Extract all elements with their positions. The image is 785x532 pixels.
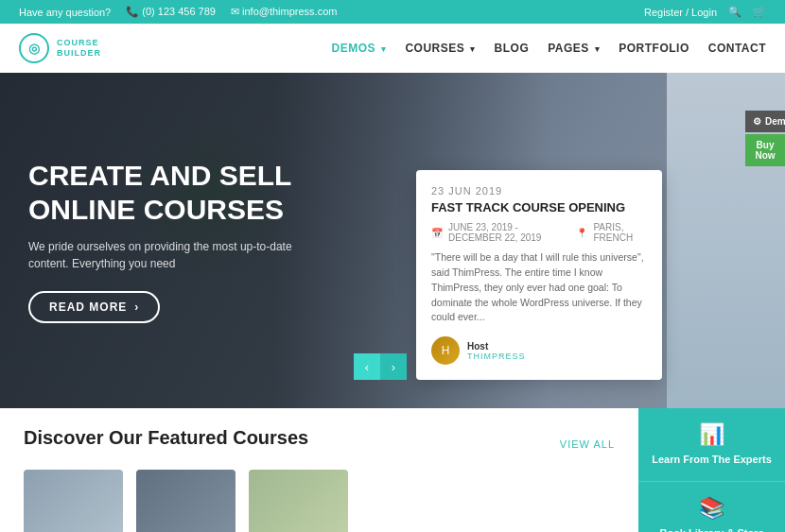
logo-title: COURSE: [57, 38, 101, 48]
hero-title-line2: ONLINE COURSES: [28, 194, 284, 225]
nav-courses-arrow: ▾: [470, 44, 476, 54]
event-title: FAST TRACK COURSE OPENING: [431, 200, 647, 215]
event-meta-location: PARIS, FRENCH: [593, 222, 647, 243]
nav-courses-label: COURSES: [405, 42, 464, 55]
course-card-3[interactable]: [249, 470, 348, 532]
location-icon: 📍: [576, 228, 587, 238]
float-buttons: ⚙ Demos Buy Now: [745, 111, 785, 166]
event-meta: 📅 JUNE 23, 2019 - DECEMBER 22, 2019 📍 PA…: [431, 222, 647, 243]
hero-title: CREATE AND SELL ONLINE COURSES: [28, 159, 293, 227]
event-nav: ‹ ›: [354, 353, 407, 380]
hero-content: CREATE AND SELL ONLINE COURSES We pride …: [0, 159, 322, 323]
featured-courses-title: Discover Our Featured Courses: [24, 427, 308, 449]
event-prev-button[interactable]: ‹: [354, 353, 380, 380]
header: ◎ COURSE BUILDER DEMOS ▾ COURSES ▾ BLOG …: [0, 24, 785, 73]
book-icon: 📚: [699, 496, 724, 521]
gear-icon: ⚙: [753, 116, 761, 127]
logo-icon: ◎: [19, 33, 49, 63]
register-login-link[interactable]: Register / Login: [644, 7, 717, 18]
logo-subtitle: BUILDER: [57, 48, 101, 59]
hero-subtitle: We pride ourselves on providing the most…: [28, 238, 293, 272]
read-more-arrow: ›: [134, 300, 139, 314]
nav-demos-arrow: ▾: [381, 44, 387, 54]
email-address: info@thimpress.com: [242, 6, 337, 17]
bottom-section: Discover Our Featured Courses VIEW ALL 📊…: [0, 408, 785, 532]
main-nav: DEMOS ▾ COURSES ▾ BLOG PAGES ▾ PORTFOLIO…: [332, 42, 766, 55]
view-all-link[interactable]: VIEW ALL: [560, 438, 615, 450]
search-icon[interactable]: 🔍: [728, 6, 741, 18]
event-author: H Host THIMPRESS: [431, 336, 647, 365]
logo-text: COURSE BUILDER: [57, 38, 101, 59]
demos-label: Demos: [765, 116, 785, 127]
top-bar: Have any question? 📞 (0) 123 456 789 ✉ i…: [0, 0, 785, 24]
nav-pages-arrow: ▾: [595, 44, 601, 54]
event-date: 23 JUN 2019: [431, 185, 647, 197]
nav-pages-label: PAGES: [548, 42, 589, 55]
top-bar-right: Register / Login 🔍 🛒: [644, 6, 766, 18]
event-card: 23 JUN 2019 FAST TRACK COURSE OPENING 📅 …: [416, 170, 662, 380]
hero-section: CREATE AND SELL ONLINE COURSES We pride …: [0, 73, 785, 408]
course-card-2[interactable]: [136, 470, 236, 532]
logo[interactable]: ◎ COURSE BUILDER: [19, 33, 101, 63]
nav-contact[interactable]: CONTACT: [708, 42, 766, 55]
library-label: Book Library & Store: [659, 526, 763, 532]
avatar-initial: H: [442, 344, 450, 357]
read-more-label: READ MORE: [49, 300, 127, 314]
calendar-icon: 📅: [431, 228, 443, 238]
nav-portfolio[interactable]: PORTFOLIO: [619, 42, 689, 55]
author-avatar: H: [431, 336, 460, 365]
hero-title-line1: CREATE AND SELL: [28, 160, 291, 191]
read-more-button[interactable]: READ MORE ›: [28, 291, 160, 323]
bottom-right-panel: 📊 Learn From The Experts 📚 Book Library …: [638, 408, 785, 532]
nav-blog-label: BLOG: [495, 42, 530, 55]
chart-icon: 📊: [699, 422, 724, 447]
phone-icon: 📞: [126, 6, 139, 17]
feature-library[interactable]: 📚 Book Library & Store: [638, 482, 785, 532]
feature-learn[interactable]: 📊 Learn From The Experts: [638, 408, 785, 482]
top-bar-left: Have any question? 📞 (0) 123 456 789 ✉ i…: [19, 6, 337, 18]
buy-float-button[interactable]: Buy Now: [745, 134, 785, 166]
section-header: Discover Our Featured Courses VIEW ALL: [24, 427, 615, 460]
demos-float-button[interactable]: ⚙ Demos: [745, 111, 785, 132]
phone-contact: 📞 (0) 123 456 789: [126, 6, 216, 18]
author-info: Host THIMPRESS: [467, 341, 526, 361]
event-meta-date: JUNE 23, 2019 - DECEMBER 22, 2019: [448, 222, 570, 243]
author-role: THIMPRESS: [467, 352, 526, 361]
phone-number: (0) 123 456 789: [142, 6, 216, 17]
buy-label: Buy Now: [755, 140, 775, 161]
nav-contact-label: CONTACT: [708, 42, 766, 55]
cart-icon[interactable]: 🛒: [753, 6, 766, 18]
bottom-main: Discover Our Featured Courses VIEW ALL: [0, 408, 638, 532]
nav-portfolio-label: PORTFOLIO: [619, 42, 689, 55]
course-cards: [24, 470, 615, 532]
question-text: Have any question?: [19, 7, 111, 18]
author-name: Host: [467, 341, 526, 352]
email-contact: ✉ info@thimpress.com: [231, 6, 337, 18]
email-icon: ✉: [231, 6, 239, 17]
event-next-button[interactable]: ›: [380, 353, 407, 380]
course-card-1[interactable]: [24, 470, 123, 532]
learn-label: Learn From The Experts: [652, 453, 772, 466]
event-body: "There will be a day that I will rule th…: [431, 250, 647, 325]
nav-courses[interactable]: COURSES ▾: [405, 42, 475, 55]
nav-blog[interactable]: BLOG: [495, 42, 530, 55]
nav-pages[interactable]: PAGES ▾: [548, 42, 600, 55]
nav-demos[interactable]: DEMOS ▾: [332, 42, 387, 55]
nav-demos-label: DEMOS: [332, 42, 376, 55]
